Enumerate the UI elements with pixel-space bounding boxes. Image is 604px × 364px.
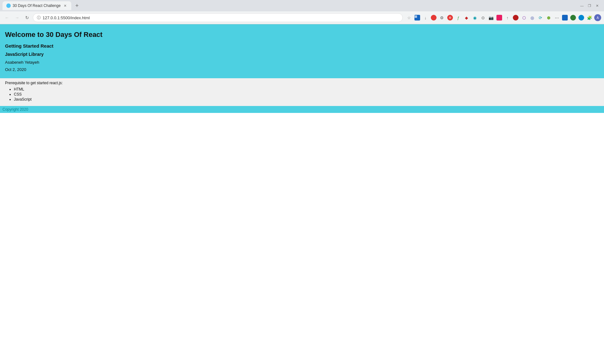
ext-icon-6[interactable]: ƒ [454,14,462,21]
ext-icon-2[interactable]: ↓ [422,14,429,21]
green-circle-icon [570,15,576,21]
window-controls: — ❐ ✕ [580,4,601,8]
pink-square-icon [496,15,502,21]
profile-avatar[interactable]: A [594,14,601,21]
close-button[interactable]: ✕ [595,4,599,8]
header-section: Welcome to 30 Days Of React Getting Star… [0,24,604,78]
list-item: HTML [14,87,599,91]
ext-icon-3[interactable] [430,14,437,21]
tab-title: 30 Days Of React Challenge [13,3,61,8]
ext-icon-14[interactable]: ⬡ [520,14,528,21]
ext-icon-13[interactable] [512,14,519,21]
blue2-circle-icon [578,15,584,21]
avatar-icon: A [594,14,601,21]
footer-section: Copyright 2020 [0,106,604,113]
tab-close-button[interactable]: ✕ [62,3,67,8]
restore-button[interactable]: ❐ [588,4,591,8]
ext-icon-19[interactable] [561,14,569,21]
opera-icon: O [447,15,453,21]
main-section: Prerequisite to get started react.js: HT… [0,78,604,106]
extensions-button[interactable]: 🧩 [586,14,593,21]
active-tab[interactable]: 30 Days Of React Challenge ✕ [3,1,71,10]
ext-icon-7[interactable]: ◆ [463,14,470,21]
address-bar[interactable]: ⓘ 127.0.0.1:5500/index.html [33,13,403,22]
ext-icon-8[interactable]: ◉ [471,14,478,21]
lock-icon: ⓘ [37,15,41,21]
prereq-label: Prerequisite to get started react.js: [5,81,599,85]
ext-icon-10[interactable]: 📷 [487,14,495,21]
ext-icon-4[interactable]: ⚙ [438,14,446,21]
forward-button[interactable]: → [13,13,21,22]
list-item: CSS [14,92,599,97]
ext-icon-11[interactable] [496,14,503,21]
dark-red-circle-icon [513,15,519,21]
ext-icon-21[interactable] [578,14,585,21]
page-category: JavaScript Library [5,52,599,57]
ext-icon-17[interactable]: ⬢ [545,14,552,21]
ext-icon-16[interactable]: ⟳ [537,14,544,21]
browser-chrome: 30 Days Of React Challenge ✕ + — ❐ ✕ ← →… [0,0,604,24]
ext-icon-12[interactable]: ↑ [504,14,511,21]
copyright-text: Copyright 2020 [3,107,28,112]
ext-icon-9[interactable]: ⊙ [479,14,487,21]
ext-icon-5[interactable]: O [446,14,454,21]
ext-icon-20[interactable] [569,14,577,21]
blue-square-icon [562,15,568,21]
tab-favicon [6,3,11,8]
new-tab-button[interactable]: + [73,1,81,10]
reload-button[interactable]: ↻ [23,13,32,22]
page-date: Oct 2, 2020 [5,67,599,72]
page-subtitle: Getting Started React [5,43,599,49]
red-circle-icon [431,15,437,21]
page-title: Welcome to 30 Days Of React [5,31,599,39]
ext-icon-18[interactable]: ⋯ [553,14,560,21]
page-content: Welcome to 30 Days Of React Getting Star… [0,24,604,113]
prereq-list: HTML CSS JavaScript [5,87,599,102]
minimize-button[interactable]: — [580,4,584,8]
ext-1: ⊞ [414,15,420,21]
address-bar-row: ← → ↻ ⓘ 127.0.0.1:5500/index.html ☆ ⊞ ↓ … [0,11,604,24]
address-text: 127.0.0.1:5500/index.html [43,15,90,20]
toolbar-icons: ☆ ⊞ ↓ ⚙ O ƒ ◆ ◉ ⊙ 📷 ↑ ⬡ ◎ [405,14,601,21]
back-button[interactable]: ← [3,13,11,22]
bookmark-icon[interactable]: ☆ [405,14,413,21]
ext-icon-15[interactable]: ◎ [528,14,536,21]
list-item: JavaScript [14,97,599,102]
tab-bar: 30 Days Of React Challenge ✕ + — ❐ ✕ [0,0,604,11]
ext-icon-1[interactable]: ⊞ [413,14,421,21]
page-author: Asabeneh Yetayeh [5,60,599,65]
